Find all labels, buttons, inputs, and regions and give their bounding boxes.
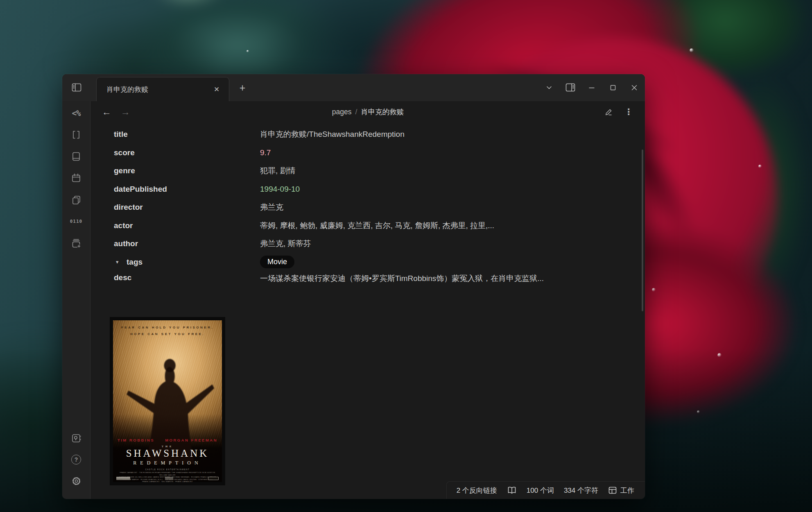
attribute-value[interactable]: 弗兰克 bbox=[260, 202, 645, 213]
attribute-label-text: tags bbox=[127, 258, 142, 267]
poster-credits-line: FRANK DARABONT · NIKI MARVIN · FRANK DAR… bbox=[116, 480, 219, 482]
attribute-label[interactable]: title bbox=[91, 130, 260, 139]
copy-pages-icon[interactable] bbox=[68, 192, 84, 208]
attribute-label[interactable]: actor bbox=[91, 221, 260, 230]
data-vault-icon[interactable] bbox=[68, 430, 84, 446]
attribute-row-tags: ▾ tags Movie bbox=[91, 253, 645, 272]
template-icon[interactable]: <% bbox=[68, 105, 84, 121]
attribute-label[interactable]: datePublished bbox=[91, 185, 260, 194]
attribute-value[interactable]: 一场谋杀案使银行家安迪（蒂姆•罗宾斯TimRobbins饰）蒙冤入狱，在肖申克监… bbox=[260, 271, 588, 285]
attribute-value[interactable]: 1994-09-10 bbox=[260, 185, 645, 194]
attribute-table: title 肖申克的救赎/TheShawshankRedemption scor… bbox=[91, 125, 645, 290]
titlebar-drag-area[interactable] bbox=[251, 74, 538, 101]
settings-gear-icon[interactable] bbox=[68, 473, 84, 489]
backlinks-count[interactable]: 2 个反向链接 bbox=[457, 486, 497, 495]
poster-tagline-1: FEAR CAN HOLD YOU PRISONER. bbox=[113, 326, 222, 329]
vertical-scrollbar-thumb[interactable] bbox=[642, 150, 643, 311]
collapse-triangle-icon[interactable]: ▾ bbox=[116, 259, 127, 265]
notebook-icon[interactable] bbox=[68, 148, 84, 165]
attribute-label[interactable]: genre bbox=[91, 166, 260, 175]
attribute-row-title: title 肖申克的救赎/TheShawshankRedemption bbox=[91, 125, 645, 144]
poster-star-left: TIM ROBBINS bbox=[118, 438, 154, 442]
workspace-name: 工作 bbox=[620, 486, 634, 495]
attribute-value[interactable]: 9.7 bbox=[260, 148, 645, 157]
attribute-label[interactable]: director bbox=[91, 203, 260, 212]
character-count: 334 个字符 bbox=[564, 486, 598, 495]
new-tab-button[interactable]: + bbox=[234, 79, 251, 96]
poster-tagline-2: HOPE CAN SET YOU FREE. bbox=[113, 332, 222, 336]
attribute-row-desc: desc 一场谋杀案使银行家安迪（蒂姆•罗宾斯TimRobbins饰）蒙冤入狱，… bbox=[91, 271, 645, 290]
poster-star-right: MORGAN FREEMAN bbox=[165, 438, 217, 442]
attribute-value[interactable]: 肖申克的救赎/TheShawshankRedemption bbox=[260, 129, 645, 140]
document-header: ← → pages / 肖申克的救赎 ⋮ bbox=[91, 101, 645, 122]
poster-credits-line: FRANK DARABONT · TIM ROBBINS MORGAN FREE… bbox=[116, 471, 219, 476]
tag-pill-movie[interactable]: Movie bbox=[260, 256, 294, 268]
add-card-icon[interactable] bbox=[68, 235, 84, 251]
open-book-icon[interactable] bbox=[507, 486, 517, 495]
more-menu-icon[interactable]: ⋮ bbox=[621, 104, 636, 119]
dock-top-group: <% 01 10 bbox=[68, 101, 84, 251]
app-window: 肖申克的救赎 ✕ + bbox=[62, 74, 645, 499]
binary-view-icon[interactable]: 01 10 bbox=[68, 213, 84, 230]
attribute-row-datepublished: datePublished 1994-09-10 bbox=[91, 180, 645, 199]
poster-title-main: SHAWSHANK bbox=[113, 448, 222, 459]
poster-title-sub: REDEMPTION bbox=[113, 460, 222, 466]
toggle-left-dock-icon[interactable] bbox=[72, 83, 81, 92]
attribute-row-score: score 9.7 bbox=[91, 144, 645, 162]
binary-top: 01 bbox=[70, 220, 76, 224]
breadcrumb-separator: / bbox=[355, 108, 357, 116]
tab-title: 肖申克的救赎 bbox=[106, 85, 211, 94]
tab-close-icon[interactable]: ✕ bbox=[211, 84, 222, 95]
attribute-row-actor: actor 蒂姆, 摩根, 鲍勃, 威廉姆, 克兰西, 吉尔, 马克, 詹姆斯,… bbox=[91, 217, 645, 235]
titlebar[interactable]: 肖申克的救赎 ✕ + bbox=[62, 74, 645, 101]
help-glyph: ? bbox=[71, 455, 81, 464]
toggle-right-panel-icon[interactable] bbox=[560, 74, 581, 101]
brackets-icon[interactable] bbox=[68, 127, 84, 143]
movie-poster-image[interactable]: FEAR CAN HOLD YOU PRISONER. HOPE CAN SET… bbox=[110, 317, 225, 485]
poster-star-names: TIM ROBBINS MORGAN FREEMAN bbox=[113, 438, 222, 442]
binary-bottom: 10 bbox=[76, 220, 82, 224]
poster-artwork: FEAR CAN HOLD YOU PRISONER. HOPE CAN SET… bbox=[113, 320, 222, 482]
attribute-value[interactable]: 弗兰克, 斯蒂芬 bbox=[260, 238, 645, 249]
attribute-value: Movie bbox=[260, 256, 645, 268]
tab-shawshank[interactable]: 肖申克的救赎 ✕ bbox=[96, 77, 229, 101]
dock-corner bbox=[62, 74, 90, 101]
attribute-row-director: director 弗兰克 bbox=[91, 198, 645, 217]
castle-rock-logo bbox=[116, 477, 130, 480]
workspace-switcher[interactable]: 工作 bbox=[608, 486, 634, 495]
attribute-label[interactable]: ▾ tags bbox=[91, 258, 260, 267]
breadcrumb: pages / 肖申克的救赎 bbox=[332, 101, 404, 122]
maximize-button[interactable] bbox=[602, 74, 624, 101]
calendar-icon[interactable] bbox=[68, 170, 84, 186]
document-area: ← → pages / 肖申克的救赎 ⋮ title 肖申克的救赎/TheSha… bbox=[91, 101, 645, 499]
dock-bottom-group: ? bbox=[68, 430, 84, 499]
attribute-label[interactable]: score bbox=[91, 148, 260, 157]
attribute-row-genre: genre 犯罪, 剧情 bbox=[91, 162, 645, 180]
word-count: 100 个词 bbox=[527, 486, 554, 495]
poster-small-logo bbox=[165, 477, 173, 480]
close-button[interactable] bbox=[624, 74, 645, 101]
poster-studio-line: CASTLE ROCK ENTERTAINMENT bbox=[113, 469, 222, 471]
workspace-layout-icon bbox=[608, 486, 617, 494]
attribute-value[interactable]: 犯罪, 剧情 bbox=[260, 165, 645, 176]
attribute-label[interactable]: author bbox=[91, 239, 260, 248]
window-controls bbox=[538, 74, 645, 101]
poster-logo-row bbox=[116, 476, 219, 480]
tab-list-chevron-icon[interactable] bbox=[538, 74, 560, 101]
breadcrumb-current[interactable]: 肖申克的救赎 bbox=[361, 107, 404, 117]
help-icon[interactable]: ? bbox=[68, 451, 84, 468]
status-bar: 2 个反向链接 100 个词 334 个字符 工作 bbox=[446, 481, 645, 499]
left-dock: <% 01 10 bbox=[62, 101, 90, 499]
rating-box-logo bbox=[208, 477, 219, 480]
minimize-button[interactable] bbox=[581, 74, 602, 101]
edit-pencil-icon[interactable] bbox=[602, 104, 616, 119]
attribute-label[interactable]: desc bbox=[91, 271, 260, 282]
breadcrumb-parent[interactable]: pages bbox=[332, 108, 352, 116]
attribute-row-author: author 弗兰克, 斯蒂芬 bbox=[91, 235, 645, 253]
back-icon[interactable]: ← bbox=[99, 104, 114, 120]
attribute-value[interactable]: 蒂姆, 摩根, 鲍勃, 威廉姆, 克兰西, 吉尔, 马克, 詹姆斯, 杰弗里, … bbox=[260, 220, 645, 231]
forward-icon[interactable]: → bbox=[118, 104, 133, 120]
